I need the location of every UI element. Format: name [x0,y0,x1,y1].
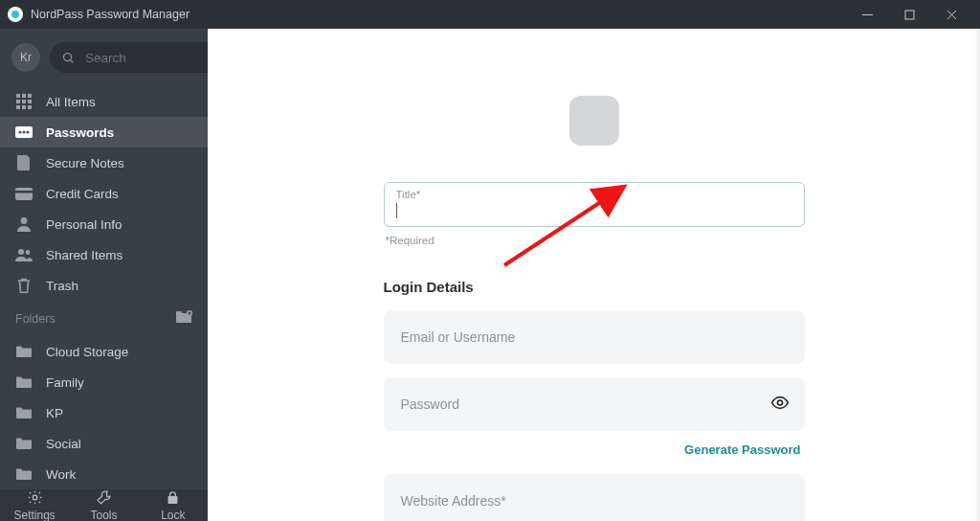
password-placeholder: Password [401,396,459,412]
nav-label: All Items [46,95,96,109]
svg-point-21 [33,495,37,500]
svg-rect-9 [22,105,26,109]
svg-point-13 [22,130,25,133]
svg-rect-6 [22,100,26,103]
window-maximize-button[interactable] [888,0,930,29]
settings-button[interactable]: Settings [0,489,69,521]
folder-item[interactable]: Cloud Storage [0,336,208,367]
window-close-button[interactable] [930,0,972,29]
svg-point-18 [18,249,24,255]
window-minimize-button[interactable] [846,0,888,29]
folder-item[interactable]: Work [0,459,208,489]
svg-rect-15 [15,188,33,200]
svg-rect-5 [16,100,20,103]
titlebar: NordPass Password Manager [0,0,980,29]
lock-button[interactable]: Lock [139,489,208,521]
svg-rect-16 [15,191,33,193]
nav-personal-info[interactable]: Personal Info [0,209,208,239]
folder-icon [15,407,33,419]
nav-label: Personal Info [46,217,122,232]
add-folder-icon[interactable] [175,310,192,327]
svg-point-19 [26,250,31,255]
nav-label: Shared Items [46,248,122,262]
svg-rect-10 [28,105,32,109]
svg-point-14 [26,130,29,133]
title-required-note: *Required [386,235,803,246]
tools-icon [96,489,112,506]
website-placeholder: Website Address* [401,493,506,509]
window-title: NordPass Password Manager [31,8,189,21]
password-icon [15,126,33,138]
svg-point-12 [18,130,21,133]
nav-trash[interactable]: Trash [0,270,208,301]
nav-credit-cards[interactable]: Credit Cards [0,178,208,209]
grid-icon [15,94,33,109]
nav-label: Credit Cards [46,187,119,201]
svg-rect-8 [16,105,20,109]
note-icon [15,155,33,170]
folder-icon [15,468,33,480]
nav-passwords[interactable]: Passwords [0,117,208,147]
search-icon [61,51,76,65]
item-avatar-placeholder[interactable] [569,96,619,146]
svg-rect-7 [28,100,32,103]
folder-label: Work [46,467,76,482]
sidebar-bottom: Settings Tools Lock [0,489,208,521]
svg-rect-0 [905,11,914,19]
nav-shared-items[interactable]: Shared Items [0,239,208,270]
email-field[interactable]: Email or Username [384,310,805,364]
nav-label: Secure Notes [46,156,124,170]
nav-label: Trash [46,279,78,293]
folders-list: Cloud Storage Family KP Social Work [0,332,208,489]
avatar-initials: Kr [20,51,32,64]
folder-label: Social [46,437,81,451]
svg-rect-3 [22,94,26,98]
folder-icon [15,376,33,388]
app-logo-icon [8,7,23,22]
trash-icon [15,278,33,293]
section-login-details: Login Details [384,279,805,295]
website-field[interactable]: Website Address* [384,474,805,521]
nav-all-items[interactable]: All Items [0,86,208,117]
avatar[interactable]: Kr [11,43,40,72]
svg-point-23 [777,400,782,405]
scrollbar[interactable] [974,29,980,521]
nav-categories: All Items Passwords Secure Notes Credit … [0,82,208,301]
generate-password-link[interactable]: Generate Password [384,442,801,457]
nav-label: Passwords [46,125,114,140]
lock-icon [165,489,181,506]
email-placeholder: Email or Username [401,329,516,345]
folder-item[interactable]: Family [0,367,208,397]
title-input[interactable] [397,200,790,217]
content-pane: Title* *Required Login Details Email or … [208,29,980,521]
person-icon [15,216,33,232]
folder-icon [15,438,33,449]
title-label: Title* [396,189,792,200]
card-icon [15,188,33,200]
nav-secure-notes[interactable]: Secure Notes [0,147,208,178]
svg-rect-2 [16,94,20,98]
svg-point-17 [21,217,28,224]
svg-rect-4 [28,94,32,98]
folder-icon [15,346,33,357]
folder-item[interactable]: Social [0,428,208,459]
password-field[interactable]: Password [384,377,805,431]
toggle-password-visibility-button[interactable] [770,394,790,416]
shared-icon [15,248,33,261]
tools-button[interactable]: Tools [69,489,138,521]
folder-label: Family [46,375,84,390]
folder-label: KP [46,406,63,420]
gear-icon [27,489,43,506]
eye-icon [770,394,790,413]
folder-item[interactable]: KP [0,397,208,428]
svg-point-1 [64,53,72,60]
folders-heading: Folders [0,301,208,332]
title-field[interactable]: Title* [384,182,805,227]
folder-label: Cloud Storage [46,345,128,359]
sidebar: Kr All Items Passwords Secur [0,29,208,521]
